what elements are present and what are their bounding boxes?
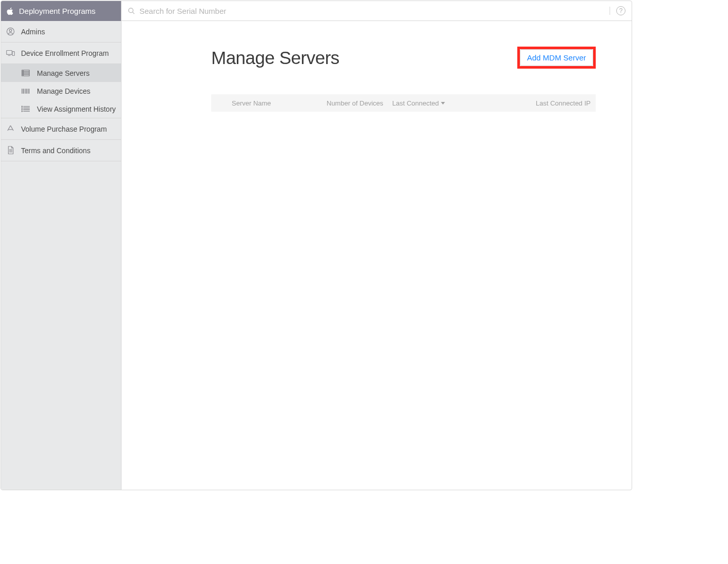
list-icon xyxy=(22,105,30,113)
sidebar-subitem-label: View Assignment History xyxy=(37,105,116,113)
col-header-last-connected[interactable]: Last Connected xyxy=(392,99,469,107)
svg-point-24 xyxy=(22,111,22,112)
col-header-last-connected-label: Last Connected xyxy=(392,99,439,107)
sort-caret-down-icon xyxy=(441,102,445,105)
dep-subsection: Manage Servers Manage Devices View Assig… xyxy=(1,64,121,118)
col-header-last-ip[interactable]: Last Connected IP xyxy=(469,99,591,107)
sidebar-item-label: Device Enrollment Program xyxy=(21,49,109,57)
devices-icon xyxy=(6,49,15,57)
add-mdm-server-button[interactable]: Add MDM Server xyxy=(520,49,593,66)
svg-point-23 xyxy=(22,109,22,110)
server-table-header: Server Name Number of Devices Last Conne… xyxy=(211,94,596,112)
svg-rect-16 xyxy=(29,89,30,94)
main-area: ? Manage Servers Add MDM Server Server N… xyxy=(122,1,632,490)
add-mdm-server-highlight: Add MDM Server xyxy=(517,47,596,69)
top-bar: ? xyxy=(122,1,632,21)
sidebar-item-vpp[interactable]: Volume Purchase Program xyxy=(1,118,121,140)
sidebar-item-label: Admins xyxy=(21,28,45,36)
content: Manage Servers Add MDM Server Server Nam… xyxy=(122,21,632,490)
svg-point-21 xyxy=(22,106,22,107)
sidebar-subitem-label: Manage Servers xyxy=(37,69,90,77)
col-header-num-devices[interactable]: Number of Devices xyxy=(327,99,392,107)
svg-point-10 xyxy=(23,75,24,75)
admins-icon xyxy=(6,27,15,36)
apple-logo-icon xyxy=(6,7,14,16)
page-header: Manage Servers Add MDM Server xyxy=(211,47,596,69)
svg-rect-11 xyxy=(22,89,22,94)
topbar-divider xyxy=(610,7,610,15)
col-header-server-name[interactable]: Server Name xyxy=(216,99,327,107)
svg-rect-15 xyxy=(27,89,28,94)
svg-rect-2 xyxy=(7,51,12,55)
svg-point-22 xyxy=(22,108,22,108)
sidebar-item-dep[interactable]: Device Enrollment Program xyxy=(1,43,121,64)
svg-rect-13 xyxy=(25,89,25,94)
app-container: Deployment Programs Admins Device Enroll… xyxy=(1,1,632,490)
sidebar-item-terms[interactable]: Terms and Conditions xyxy=(1,140,121,161)
svg-rect-4 xyxy=(12,52,14,56)
sidebar-item-label: Volume Purchase Program xyxy=(21,125,107,133)
sidebar-item-admins[interactable]: Admins xyxy=(1,21,121,43)
document-icon xyxy=(6,146,15,155)
page-title: Manage Servers xyxy=(211,48,339,68)
svg-rect-14 xyxy=(26,89,27,94)
sidebar: Deployment Programs Admins Device Enroll… xyxy=(1,1,122,490)
help-icon[interactable]: ? xyxy=(616,6,625,15)
search-input[interactable] xyxy=(139,7,601,15)
svg-line-30 xyxy=(132,12,134,14)
sidebar-subitem-manage-devices[interactable]: Manage Devices xyxy=(1,82,121,100)
svg-point-9 xyxy=(23,73,24,73)
barcode-icon xyxy=(22,87,30,95)
sidebar-subitem-label: Manage Devices xyxy=(37,87,90,95)
svg-rect-12 xyxy=(23,89,24,94)
app-store-icon xyxy=(6,124,15,133)
sidebar-header: Deployment Programs xyxy=(1,1,121,21)
sidebar-subitem-assignment-history[interactable]: View Assignment History xyxy=(1,100,121,118)
svg-point-29 xyxy=(129,8,133,12)
search-icon xyxy=(128,7,135,15)
svg-point-1 xyxy=(9,29,12,32)
svg-point-8 xyxy=(23,71,24,71)
sidebar-item-label: Terms and Conditions xyxy=(21,147,90,155)
servers-icon xyxy=(22,69,30,77)
sidebar-subitem-manage-servers[interactable]: Manage Servers xyxy=(1,64,121,82)
sidebar-title: Deployment Programs xyxy=(19,7,95,15)
